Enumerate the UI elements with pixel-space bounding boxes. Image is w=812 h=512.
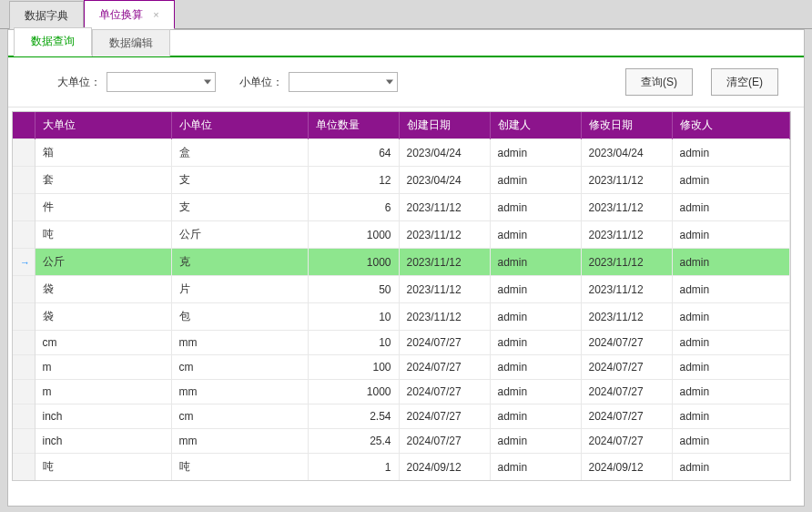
cell-creator[interactable]: admin <box>490 221 581 249</box>
clear-button[interactable]: 清空(E) <box>711 68 778 96</box>
cell-modifier[interactable]: admin <box>672 303 790 331</box>
cell-big-unit[interactable]: m <box>35 380 171 404</box>
cell-creator[interactable]: admin <box>490 404 581 429</box>
cell-qty[interactable]: 64 <box>308 139 399 167</box>
row-gutter[interactable] <box>13 429 35 454</box>
cell-modifier[interactable]: admin <box>672 454 790 481</box>
cell-small-unit[interactable]: 包 <box>171 303 308 331</box>
cell-modify-date[interactable]: 2023/04/24 <box>581 139 672 167</box>
cell-big-unit[interactable]: 吨 <box>35 454 171 481</box>
cell-create-date[interactable]: 2023/11/12 <box>399 221 490 249</box>
cell-qty[interactable]: 2.54 <box>308 404 399 429</box>
cell-create-date[interactable]: 2024/07/27 <box>399 380 490 404</box>
cell-modifier[interactable]: admin <box>672 139 790 167</box>
cell-create-date[interactable]: 2024/07/27 <box>399 404 490 429</box>
cell-modify-date[interactable]: 2023/11/12 <box>581 167 672 194</box>
cell-modify-date[interactable]: 2023/11/12 <box>581 194 672 221</box>
col-header-modify-date[interactable]: 修改日期 <box>581 112 672 139</box>
chevron-down-icon[interactable] <box>386 80 393 85</box>
cell-qty[interactable]: 100 <box>308 355 399 380</box>
data-grid[interactable]: 大单位 小单位 单位数量 创建日期 创建人 修改日期 修改人 箱盒642023/… <box>12 111 791 481</box>
cell-small-unit[interactable]: cm <box>171 355 308 380</box>
cell-modify-date[interactable]: 2024/07/27 <box>581 404 672 429</box>
cell-create-date[interactable]: 2023/11/12 <box>399 194 490 221</box>
cell-modifier[interactable]: admin <box>672 167 790 194</box>
col-header-create-date[interactable]: 创建日期 <box>399 112 490 139</box>
col-header-small-unit[interactable]: 小单位 <box>171 112 308 139</box>
cell-modifier[interactable]: admin <box>672 221 790 249</box>
chevron-down-icon[interactable] <box>204 80 211 85</box>
cell-small-unit[interactable]: 支 <box>171 194 308 221</box>
cell-big-unit[interactable]: inch <box>35 429 171 454</box>
table-row[interactable]: 件支62023/11/12admin2023/11/12admin <box>13 194 790 221</box>
cell-small-unit[interactable]: 盒 <box>171 139 308 167</box>
cell-creator[interactable]: admin <box>490 194 581 221</box>
cell-create-date[interactable]: 2023/11/12 <box>399 276 490 303</box>
cell-big-unit[interactable]: 件 <box>35 194 171 221</box>
inner-tab-query[interactable]: 数据查询 <box>14 27 92 56</box>
row-gutter[interactable] <box>13 167 35 194</box>
cell-create-date[interactable]: 2023/04/24 <box>399 139 490 167</box>
table-row[interactable]: inchcm2.542024/07/27admin2024/07/27admin <box>13 404 790 429</box>
cell-creator[interactable]: admin <box>490 167 581 194</box>
cell-modifier[interactable]: admin <box>672 429 790 454</box>
col-header-creator[interactable]: 创建人 <box>490 112 581 139</box>
cell-modifier[interactable]: admin <box>672 194 790 221</box>
cell-big-unit[interactable]: m <box>35 355 171 380</box>
cell-modifier[interactable]: admin <box>672 355 790 380</box>
table-row[interactable]: inchmm25.42024/07/27admin2024/07/27admin <box>13 429 790 454</box>
cell-qty[interactable]: 10 <box>308 331 399 355</box>
row-gutter[interactable] <box>13 221 35 249</box>
cell-qty[interactable]: 10 <box>308 303 399 331</box>
small-unit-combo[interactable] <box>289 72 398 92</box>
cell-creator[interactable]: admin <box>490 139 581 167</box>
table-row[interactable]: 袋片502023/11/12admin2023/11/12admin <box>13 276 790 303</box>
row-gutter[interactable] <box>13 331 35 355</box>
cell-small-unit[interactable]: mm <box>171 429 308 454</box>
cell-modify-date[interactable]: 2024/07/27 <box>581 429 672 454</box>
cell-modify-date[interactable]: 2024/07/27 <box>581 331 672 355</box>
cell-big-unit[interactable]: 套 <box>35 167 171 194</box>
cell-qty[interactable]: 12 <box>308 167 399 194</box>
table-row[interactable]: →公斤克10002023/11/12admin2023/11/12admin <box>13 249 790 276</box>
row-gutter[interactable] <box>13 380 35 404</box>
cell-big-unit[interactable]: 袋 <box>35 303 171 331</box>
row-gutter[interactable] <box>13 454 35 481</box>
close-icon[interactable]: × <box>153 9 158 20</box>
table-row[interactable]: 袋包102023/11/12admin2023/11/12admin <box>13 303 790 331</box>
cell-creator[interactable]: admin <box>490 249 581 276</box>
table-row[interactable]: mmm10002024/07/27admin2024/07/27admin <box>13 380 790 404</box>
cell-big-unit[interactable]: 袋 <box>35 276 171 303</box>
cell-small-unit[interactable]: 公斤 <box>171 221 308 249</box>
cell-modifier[interactable]: admin <box>672 276 790 303</box>
cell-qty[interactable]: 1 <box>308 454 399 481</box>
col-header-modifier[interactable]: 修改人 <box>672 112 790 139</box>
cell-modify-date[interactable]: 2024/07/27 <box>581 355 672 380</box>
cell-modify-date[interactable]: 2023/11/12 <box>581 303 672 331</box>
row-gutter[interactable] <box>13 355 35 380</box>
cell-create-date[interactable]: 2023/11/12 <box>399 303 490 331</box>
cell-small-unit[interactable]: 支 <box>171 167 308 194</box>
big-unit-combo[interactable] <box>107 72 216 92</box>
cell-qty[interactable]: 1000 <box>308 221 399 249</box>
cell-create-date[interactable]: 2024/09/12 <box>399 454 490 481</box>
cell-creator[interactable]: admin <box>490 454 581 481</box>
table-row[interactable]: 吨吨12024/09/12admin2024/09/12admin <box>13 454 790 481</box>
cell-qty[interactable]: 1000 <box>308 249 399 276</box>
row-gutter[interactable] <box>13 194 35 221</box>
small-unit-input[interactable] <box>289 73 397 91</box>
cell-qty[interactable]: 50 <box>308 276 399 303</box>
cell-modify-date[interactable]: 2024/07/27 <box>581 380 672 404</box>
cell-small-unit[interactable]: mm <box>171 380 308 404</box>
row-gutter[interactable] <box>13 404 35 429</box>
cell-creator[interactable]: admin <box>490 331 581 355</box>
cell-creator[interactable]: admin <box>490 355 581 380</box>
cell-create-date[interactable]: 2023/11/12 <box>399 249 490 276</box>
cell-small-unit[interactable]: mm <box>171 331 308 355</box>
row-gutter[interactable] <box>13 276 35 303</box>
cell-modify-date[interactable]: 2024/09/12 <box>581 454 672 481</box>
cell-creator[interactable]: admin <box>490 303 581 331</box>
query-button[interactable]: 查询(S) <box>625 68 693 96</box>
col-header-big-unit[interactable]: 大单位 <box>35 112 171 139</box>
cell-creator[interactable]: admin <box>490 429 581 454</box>
